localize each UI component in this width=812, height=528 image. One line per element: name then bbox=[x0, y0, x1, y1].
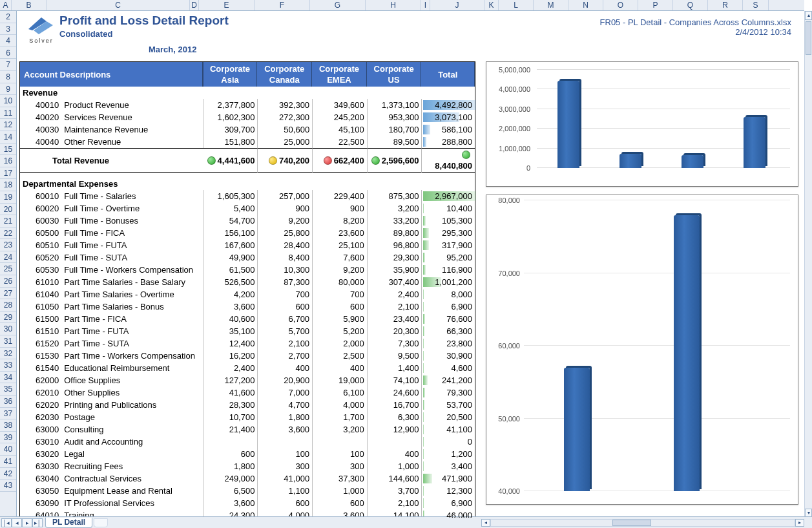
row-header-23[interactable]: 23 bbox=[0, 239, 16, 251]
col-us[interactable]: Corporate US bbox=[367, 62, 422, 87]
cell-total[interactable]: 116,900 bbox=[421, 264, 475, 276]
cell-desc[interactable]: Postage bbox=[61, 411, 203, 423]
col-header-F[interactable]: F bbox=[255, 0, 310, 10]
col-header-M[interactable]: M bbox=[534, 0, 568, 10]
cell-total[interactable]: 4,492,800 bbox=[421, 99, 475, 111]
cell-code[interactable]: 60520 bbox=[20, 251, 61, 264]
col-header-J[interactable]: J bbox=[430, 0, 484, 10]
cell-us[interactable]: 3,700 bbox=[367, 485, 422, 497]
cell-asia[interactable]: 10,700 bbox=[203, 411, 258, 423]
cell-asia[interactable]: 35,100 bbox=[203, 325, 258, 337]
table-row[interactable]: 63020 Legal 600 100 100 400 1,200 bbox=[20, 448, 475, 460]
cell-code[interactable]: 61530 bbox=[20, 350, 61, 362]
row-header-6[interactable]: 6 bbox=[0, 47, 16, 59]
cell-us[interactable]: 74,100 bbox=[367, 374, 422, 386]
cell-desc[interactable]: Part Time Salaries - Base Salary bbox=[61, 276, 203, 288]
sheet-tab-strip[interactable]: │◂ ◂ ▸ ▸│ PL Detail ◂ ▸ bbox=[0, 516, 812, 528]
cell-code[interactable]: 61540 bbox=[20, 362, 61, 374]
cell-asia[interactable]: 4,200 bbox=[203, 288, 258, 301]
cell-asia[interactable]: 1,602,300 bbox=[203, 111, 258, 123]
cell-total-indicator[interactable]: 8,440,800 bbox=[421, 148, 475, 173]
cell-canada[interactable]: 700 bbox=[257, 288, 312, 301]
cell-us[interactable]: 96,800 bbox=[367, 239, 422, 251]
row-header-21[interactable]: 21 bbox=[0, 215, 16, 227]
cell-canada[interactable]: 41,000 bbox=[257, 472, 312, 485]
cell-canada[interactable]: 87,300 bbox=[257, 276, 312, 288]
row-header-16[interactable]: 16 bbox=[0, 155, 16, 167]
cell-emea[interactable] bbox=[312, 436, 367, 448]
cell-canada[interactable]: 300 bbox=[257, 460, 312, 472]
cell-total[interactable]: 2,967,000 bbox=[421, 190, 475, 202]
cell-canada[interactable]: 4,700 bbox=[257, 399, 312, 411]
cell-emea[interactable]: 1,700 bbox=[312, 411, 367, 423]
table-row[interactable]: 61520 Part Time - SUTA 12,400 2,100 2,00… bbox=[20, 337, 475, 350]
cell-canada[interactable]: 2,100 bbox=[257, 337, 312, 350]
table-row[interactable]: 40030 Maintenance Revenue 309,700 50,600… bbox=[20, 123, 475, 136]
table-row[interactable]: 62000 Office Supplies 127,200 20,900 19,… bbox=[20, 374, 475, 386]
horizontal-scrollbar[interactable]: ◂ ▸ bbox=[481, 518, 804, 528]
cell-asia[interactable]: 127,200 bbox=[203, 374, 258, 386]
chart-bar[interactable] bbox=[674, 215, 700, 492]
row-header-41[interactable]: 41 bbox=[0, 456, 16, 468]
table-row[interactable]: 40020 Services Revenue 1,602,300 272,300… bbox=[20, 111, 475, 123]
column-headers[interactable]: ABCDEFGHIJKLMNOPQRS bbox=[0, 0, 804, 11]
cell-total[interactable]: 241,200 bbox=[421, 374, 475, 386]
cell-code[interactable]: 40030 bbox=[20, 123, 61, 136]
cell-desc[interactable]: Services Revenue bbox=[61, 111, 203, 123]
cell-asia[interactable]: 40,600 bbox=[203, 313, 258, 325]
cell-emea[interactable]: 600 bbox=[312, 497, 367, 509]
cell-code[interactable]: 60510 bbox=[20, 239, 61, 251]
scroll-up-icon[interactable]: ▴ bbox=[805, 11, 812, 20]
cell-code[interactable]: 63050 bbox=[20, 485, 61, 497]
cell-us[interactable]: 3,200 bbox=[367, 202, 422, 215]
col-account-desc[interactable]: Account Descriptions bbox=[20, 62, 203, 87]
cell-asia[interactable]: 156,100 bbox=[203, 227, 258, 239]
revenue-by-region-chart[interactable]: 0 1,000,000 2,000,000 3,000,000 4,000,00… bbox=[486, 61, 798, 187]
cell-code[interactable]: 40040 bbox=[20, 136, 61, 148]
cell-emea[interactable]: 5,200 bbox=[312, 325, 367, 337]
table-row[interactable]: 62030 Postage 10,700 1,800 1,700 6,300 2… bbox=[20, 411, 475, 423]
cell-asia[interactable]: 3,600 bbox=[203, 497, 258, 509]
cell-asia[interactable]: 2,400 bbox=[203, 362, 258, 374]
cell-us[interactable]: 307,400 bbox=[367, 276, 422, 288]
cell-asia[interactable]: 5,400 bbox=[203, 202, 258, 215]
row-header-8[interactable]: 8 bbox=[0, 71, 16, 83]
table-row[interactable]: 61010 Part Time Salaries - Base Salary 5… bbox=[20, 276, 475, 288]
cell-desc[interactable]: Full Time - Bonuses bbox=[61, 215, 203, 227]
row-header-12[interactable]: 12 bbox=[0, 119, 16, 131]
cell-asia[interactable]: 21,400 bbox=[203, 423, 258, 436]
cell-code[interactable]: 60020 bbox=[20, 202, 61, 215]
cell-desc[interactable]: Part Time - FUTA bbox=[61, 325, 203, 337]
cell-canada[interactable]: 25,000 bbox=[257, 136, 312, 148]
cell-emea[interactable]: 37,300 bbox=[312, 472, 367, 485]
cell-emea[interactable]: 4,000 bbox=[312, 399, 367, 411]
cell-asia[interactable]: 49,900 bbox=[203, 251, 258, 264]
row-header-20[interactable]: 20 bbox=[0, 204, 16, 216]
cell-us[interactable]: 6,300 bbox=[367, 411, 422, 423]
cell-desc[interactable]: Legal bbox=[61, 448, 203, 460]
cell-asia[interactable] bbox=[203, 436, 258, 448]
cell-asia[interactable]: 54,700 bbox=[203, 215, 258, 227]
cell-emea[interactable]: 349,600 bbox=[312, 99, 367, 111]
cell-code[interactable]: 60530 bbox=[20, 264, 61, 276]
cell-us[interactable]: 953,300 bbox=[367, 111, 422, 123]
table-row[interactable]: 60500 Full Time - FICA 156,100 25,800 23… bbox=[20, 227, 475, 239]
cell-emea[interactable]: 600 bbox=[312, 301, 367, 313]
cell-us[interactable]: 2,400 bbox=[367, 288, 422, 301]
cell-canada[interactable]: 100 bbox=[257, 448, 312, 460]
cell-emea[interactable]: 1,000 bbox=[312, 485, 367, 497]
cell-us[interactable] bbox=[367, 436, 422, 448]
col-header-E[interactable]: E bbox=[199, 0, 255, 10]
col-header-L[interactable]: L bbox=[499, 0, 534, 10]
cell-us[interactable]: 16,700 bbox=[367, 399, 422, 411]
cell-canada[interactable]: 8,400 bbox=[257, 251, 312, 264]
cell-us[interactable]: 9,500 bbox=[367, 350, 422, 362]
cell-total[interactable]: 4,600 bbox=[421, 362, 475, 374]
cell-asia[interactable]: 12,400 bbox=[203, 337, 258, 350]
cell-code[interactable]: 40010 bbox=[20, 99, 61, 111]
vertical-scrollbar[interactable]: ▴ ▾ bbox=[804, 11, 812, 518]
cell-desc[interactable]: IT Professional Services bbox=[61, 497, 203, 509]
scroll-thumb[interactable] bbox=[806, 21, 811, 55]
row-headers[interactable]: 2346789101112141516171819202122232425262… bbox=[0, 11, 17, 518]
cell-asia[interactable]: 3,600 bbox=[203, 301, 258, 313]
